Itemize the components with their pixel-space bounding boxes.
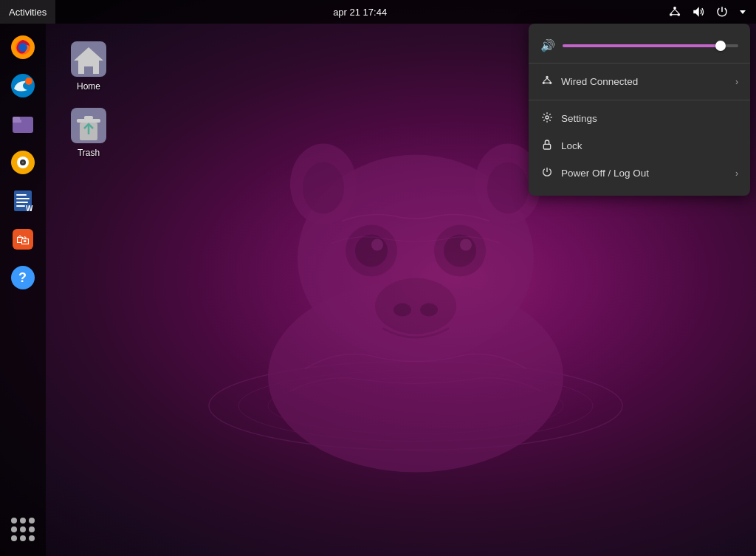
lock-label: Lock <box>561 140 738 151</box>
wired-icon <box>540 75 554 89</box>
svg-point-69 <box>546 116 549 119</box>
volume-row: 🔊 <box>529 32 750 58</box>
poweroff-label: Power Off / Log Out <box>561 168 728 179</box>
desktop-icon-trash[interactable]: Trash <box>59 102 118 162</box>
svg-point-8 <box>487 162 529 213</box>
svg-rect-33 <box>13 117 20 121</box>
dock-item-appstore[interactable]: 🛍 <box>5 222 41 257</box>
svg-point-55 <box>20 535 26 541</box>
svg-point-16 <box>394 303 411 316</box>
svg-marker-25 <box>740 10 746 14</box>
volume-icon: 🔊 <box>540 38 555 52</box>
svg-rect-39 <box>16 194 27 196</box>
desktop-icon-home-label: Home <box>77 81 100 92</box>
svg-point-37 <box>22 162 24 164</box>
dock-item-firefox[interactable] <box>5 30 41 65</box>
network-panel-icon[interactable] <box>664 0 685 24</box>
svg-line-67 <box>547 78 551 82</box>
svg-rect-40 <box>16 198 30 199</box>
dock-item-help[interactable]: ? <box>5 260 41 295</box>
svg-marker-24 <box>693 7 699 17</box>
menu-item-lock[interactable]: Lock <box>529 132 750 159</box>
svg-point-53 <box>29 526 35 532</box>
volume-slider-thumb <box>715 41 726 51</box>
poweroff-chevron: › <box>735 168 738 179</box>
svg-point-15 <box>375 278 456 334</box>
svg-line-22 <box>675 10 678 13</box>
svg-text:W: W <box>26 205 33 213</box>
svg-point-52 <box>20 526 26 532</box>
svg-point-54 <box>11 535 17 541</box>
menu-item-settings[interactable]: Settings <box>529 105 750 132</box>
desktop-icons-area: Home Trash <box>59 35 118 162</box>
dock-item-writer[interactable]: W <box>5 183 41 219</box>
svg-point-51 <box>11 526 17 532</box>
dock-item-thunderbird[interactable] <box>5 68 41 103</box>
desktop-icon-home[interactable]: Home <box>59 35 118 96</box>
volume-slider[interactable] <box>563 44 738 47</box>
svg-point-13 <box>371 238 383 250</box>
wired-chevron: › <box>735 77 738 87</box>
svg-point-12 <box>444 234 476 267</box>
panel-menu-arrow[interactable] <box>735 0 750 24</box>
settings-icon <box>540 111 554 126</box>
svg-point-17 <box>420 303 438 316</box>
settings-label: Settings <box>561 113 738 124</box>
dock-item-files[interactable] <box>5 106 41 142</box>
svg-line-21 <box>671 10 675 13</box>
menu-separator-1 <box>529 63 750 64</box>
desktop-icon-trash-label: Trash <box>78 148 100 158</box>
wired-label: Wired Connected <box>561 76 728 87</box>
panel-datetime[interactable]: apr 21 17:44 <box>55 7 664 18</box>
svg-point-7 <box>303 162 344 213</box>
power-icon <box>540 166 554 180</box>
svg-point-18 <box>673 7 676 10</box>
svg-point-50 <box>29 518 35 524</box>
svg-point-28 <box>18 43 27 52</box>
svg-text:🛍: 🛍 <box>16 233 30 247</box>
lock-icon <box>540 139 554 153</box>
top-panel: Activities apr 21 17:44 <box>0 0 756 24</box>
dock: W 🛍 ? <box>0 24 46 556</box>
system-menu-dropdown: 🔊 Wired Connected › <box>529 24 750 196</box>
svg-point-11 <box>355 234 388 267</box>
menu-item-poweroff[interactable]: Power Off / Log Out › <box>529 159 750 187</box>
desktop: Activities apr 21 17:44 <box>0 0 756 556</box>
svg-text:?: ? <box>18 270 27 285</box>
power-panel-icon[interactable] <box>712 0 732 24</box>
svg-point-30 <box>25 78 32 85</box>
svg-point-63 <box>546 76 548 78</box>
panel-right-icons <box>664 0 756 24</box>
svg-rect-70 <box>543 144 550 149</box>
activities-button[interactable]: Activities <box>0 0 55 24</box>
dock-item-rhythmbox[interactable] <box>5 145 41 180</box>
svg-point-49 <box>20 518 26 524</box>
show-applications-button[interactable] <box>5 512 41 547</box>
menu-separator-2 <box>529 100 750 100</box>
svg-rect-41 <box>16 202 28 203</box>
svg-rect-62 <box>84 116 93 120</box>
svg-point-56 <box>29 535 35 541</box>
volume-slider-fill <box>563 44 724 47</box>
menu-item-wired[interactable]: Wired Connected › <box>529 68 750 95</box>
svg-point-48 <box>11 518 17 524</box>
svg-line-66 <box>543 78 547 82</box>
volume-panel-icon[interactable] <box>688 0 709 24</box>
svg-rect-42 <box>16 205 25 207</box>
svg-point-14 <box>460 238 472 250</box>
